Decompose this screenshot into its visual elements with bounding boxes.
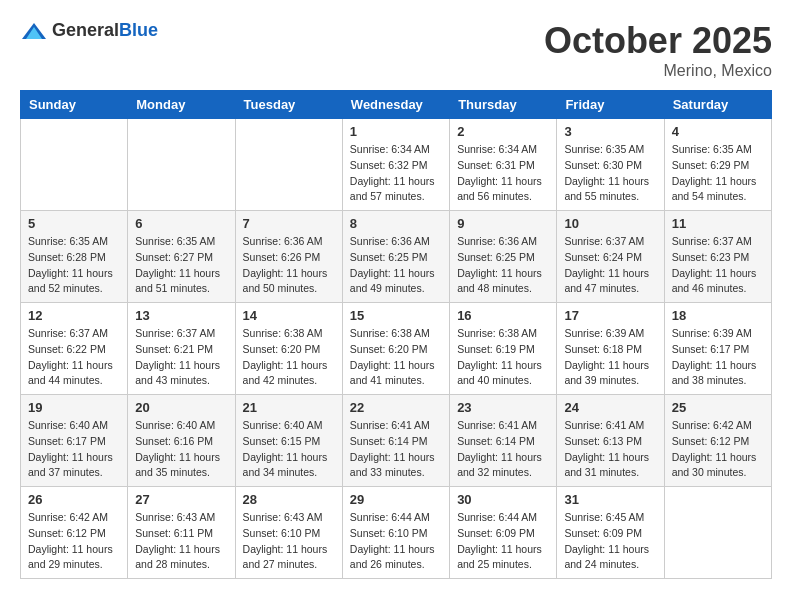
day-info: Sunrise: 6:34 AMSunset: 6:31 PMDaylight:… xyxy=(457,142,549,205)
day-number: 18 xyxy=(672,308,764,323)
day-number: 26 xyxy=(28,492,120,507)
day-cell xyxy=(235,119,342,211)
month-title: October 2025 xyxy=(544,20,772,62)
day-info: Sunrise: 6:39 AMSunset: 6:17 PMDaylight:… xyxy=(672,326,764,389)
day-number: 8 xyxy=(350,216,442,231)
day-info: Sunrise: 6:37 AMSunset: 6:24 PMDaylight:… xyxy=(564,234,656,297)
day-info: Sunrise: 6:37 AMSunset: 6:23 PMDaylight:… xyxy=(672,234,764,297)
day-info: Sunrise: 6:38 AMSunset: 6:20 PMDaylight:… xyxy=(350,326,442,389)
day-cell: 17Sunrise: 6:39 AMSunset: 6:18 PMDayligh… xyxy=(557,303,664,395)
day-number: 17 xyxy=(564,308,656,323)
week-row-1: 1Sunrise: 6:34 AMSunset: 6:32 PMDaylight… xyxy=(21,119,772,211)
day-cell: 12Sunrise: 6:37 AMSunset: 6:22 PMDayligh… xyxy=(21,303,128,395)
day-info: Sunrise: 6:35 AMSunset: 6:29 PMDaylight:… xyxy=(672,142,764,205)
title-area: October 2025 Merino, Mexico xyxy=(544,20,772,80)
day-number: 7 xyxy=(243,216,335,231)
day-header-wednesday: Wednesday xyxy=(342,91,449,119)
day-number: 4 xyxy=(672,124,764,139)
logo: GeneralBlue xyxy=(20,20,158,41)
day-cell xyxy=(128,119,235,211)
day-cell: 28Sunrise: 6:43 AMSunset: 6:10 PMDayligh… xyxy=(235,487,342,579)
day-info: Sunrise: 6:44 AMSunset: 6:09 PMDaylight:… xyxy=(457,510,549,573)
day-info: Sunrise: 6:36 AMSunset: 6:25 PMDaylight:… xyxy=(457,234,549,297)
page-header: GeneralBlue October 2025 Merino, Mexico xyxy=(20,20,772,80)
day-cell: 29Sunrise: 6:44 AMSunset: 6:10 PMDayligh… xyxy=(342,487,449,579)
day-cell: 9Sunrise: 6:36 AMSunset: 6:25 PMDaylight… xyxy=(450,211,557,303)
day-cell: 4Sunrise: 6:35 AMSunset: 6:29 PMDaylight… xyxy=(664,119,771,211)
calendar-table: SundayMondayTuesdayWednesdayThursdayFrid… xyxy=(20,90,772,579)
day-cell: 18Sunrise: 6:39 AMSunset: 6:17 PMDayligh… xyxy=(664,303,771,395)
day-info: Sunrise: 6:42 AMSunset: 6:12 PMDaylight:… xyxy=(28,510,120,573)
day-cell: 5Sunrise: 6:35 AMSunset: 6:28 PMDaylight… xyxy=(21,211,128,303)
day-number: 16 xyxy=(457,308,549,323)
day-number: 20 xyxy=(135,400,227,415)
day-number: 29 xyxy=(350,492,442,507)
day-info: Sunrise: 6:41 AMSunset: 6:13 PMDaylight:… xyxy=(564,418,656,481)
day-cell: 27Sunrise: 6:43 AMSunset: 6:11 PMDayligh… xyxy=(128,487,235,579)
day-header-tuesday: Tuesday xyxy=(235,91,342,119)
day-cell: 21Sunrise: 6:40 AMSunset: 6:15 PMDayligh… xyxy=(235,395,342,487)
week-row-5: 26Sunrise: 6:42 AMSunset: 6:12 PMDayligh… xyxy=(21,487,772,579)
days-header-row: SundayMondayTuesdayWednesdayThursdayFrid… xyxy=(21,91,772,119)
logo-blue: Blue xyxy=(119,20,158,40)
day-header-friday: Friday xyxy=(557,91,664,119)
day-info: Sunrise: 6:38 AMSunset: 6:19 PMDaylight:… xyxy=(457,326,549,389)
day-cell xyxy=(21,119,128,211)
logo-general: General xyxy=(52,20,119,40)
day-info: Sunrise: 6:37 AMSunset: 6:22 PMDaylight:… xyxy=(28,326,120,389)
day-info: Sunrise: 6:44 AMSunset: 6:10 PMDaylight:… xyxy=(350,510,442,573)
day-number: 14 xyxy=(243,308,335,323)
day-cell: 16Sunrise: 6:38 AMSunset: 6:19 PMDayligh… xyxy=(450,303,557,395)
day-number: 9 xyxy=(457,216,549,231)
day-info: Sunrise: 6:38 AMSunset: 6:20 PMDaylight:… xyxy=(243,326,335,389)
day-cell xyxy=(664,487,771,579)
day-info: Sunrise: 6:42 AMSunset: 6:12 PMDaylight:… xyxy=(672,418,764,481)
day-number: 12 xyxy=(28,308,120,323)
day-cell: 14Sunrise: 6:38 AMSunset: 6:20 PMDayligh… xyxy=(235,303,342,395)
day-number: 1 xyxy=(350,124,442,139)
day-number: 23 xyxy=(457,400,549,415)
day-number: 31 xyxy=(564,492,656,507)
day-header-thursday: Thursday xyxy=(450,91,557,119)
day-cell: 1Sunrise: 6:34 AMSunset: 6:32 PMDaylight… xyxy=(342,119,449,211)
day-cell: 10Sunrise: 6:37 AMSunset: 6:24 PMDayligh… xyxy=(557,211,664,303)
day-number: 15 xyxy=(350,308,442,323)
day-cell: 15Sunrise: 6:38 AMSunset: 6:20 PMDayligh… xyxy=(342,303,449,395)
day-number: 19 xyxy=(28,400,120,415)
day-info: Sunrise: 6:36 AMSunset: 6:25 PMDaylight:… xyxy=(350,234,442,297)
day-cell: 30Sunrise: 6:44 AMSunset: 6:09 PMDayligh… xyxy=(450,487,557,579)
day-cell: 26Sunrise: 6:42 AMSunset: 6:12 PMDayligh… xyxy=(21,487,128,579)
day-cell: 20Sunrise: 6:40 AMSunset: 6:16 PMDayligh… xyxy=(128,395,235,487)
day-info: Sunrise: 6:35 AMSunset: 6:30 PMDaylight:… xyxy=(564,142,656,205)
day-info: Sunrise: 6:40 AMSunset: 6:16 PMDaylight:… xyxy=(135,418,227,481)
day-number: 13 xyxy=(135,308,227,323)
day-header-monday: Monday xyxy=(128,91,235,119)
day-info: Sunrise: 6:41 AMSunset: 6:14 PMDaylight:… xyxy=(457,418,549,481)
day-cell: 22Sunrise: 6:41 AMSunset: 6:14 PMDayligh… xyxy=(342,395,449,487)
day-number: 21 xyxy=(243,400,335,415)
day-cell: 8Sunrise: 6:36 AMSunset: 6:25 PMDaylight… xyxy=(342,211,449,303)
day-number: 3 xyxy=(564,124,656,139)
logo-icon xyxy=(20,21,48,41)
day-info: Sunrise: 6:43 AMSunset: 6:10 PMDaylight:… xyxy=(243,510,335,573)
day-number: 25 xyxy=(672,400,764,415)
day-info: Sunrise: 6:37 AMSunset: 6:21 PMDaylight:… xyxy=(135,326,227,389)
day-number: 10 xyxy=(564,216,656,231)
day-header-sunday: Sunday xyxy=(21,91,128,119)
day-cell: 6Sunrise: 6:35 AMSunset: 6:27 PMDaylight… xyxy=(128,211,235,303)
week-row-2: 5Sunrise: 6:35 AMSunset: 6:28 PMDaylight… xyxy=(21,211,772,303)
day-cell: 23Sunrise: 6:41 AMSunset: 6:14 PMDayligh… xyxy=(450,395,557,487)
day-number: 24 xyxy=(564,400,656,415)
day-info: Sunrise: 6:35 AMSunset: 6:28 PMDaylight:… xyxy=(28,234,120,297)
day-info: Sunrise: 6:34 AMSunset: 6:32 PMDaylight:… xyxy=(350,142,442,205)
day-cell: 25Sunrise: 6:42 AMSunset: 6:12 PMDayligh… xyxy=(664,395,771,487)
day-cell: 31Sunrise: 6:45 AMSunset: 6:09 PMDayligh… xyxy=(557,487,664,579)
day-number: 11 xyxy=(672,216,764,231)
day-cell: 13Sunrise: 6:37 AMSunset: 6:21 PMDayligh… xyxy=(128,303,235,395)
day-number: 22 xyxy=(350,400,442,415)
week-row-4: 19Sunrise: 6:40 AMSunset: 6:17 PMDayligh… xyxy=(21,395,772,487)
day-cell: 3Sunrise: 6:35 AMSunset: 6:30 PMDaylight… xyxy=(557,119,664,211)
day-info: Sunrise: 6:40 AMSunset: 6:15 PMDaylight:… xyxy=(243,418,335,481)
day-number: 6 xyxy=(135,216,227,231)
day-info: Sunrise: 6:41 AMSunset: 6:14 PMDaylight:… xyxy=(350,418,442,481)
